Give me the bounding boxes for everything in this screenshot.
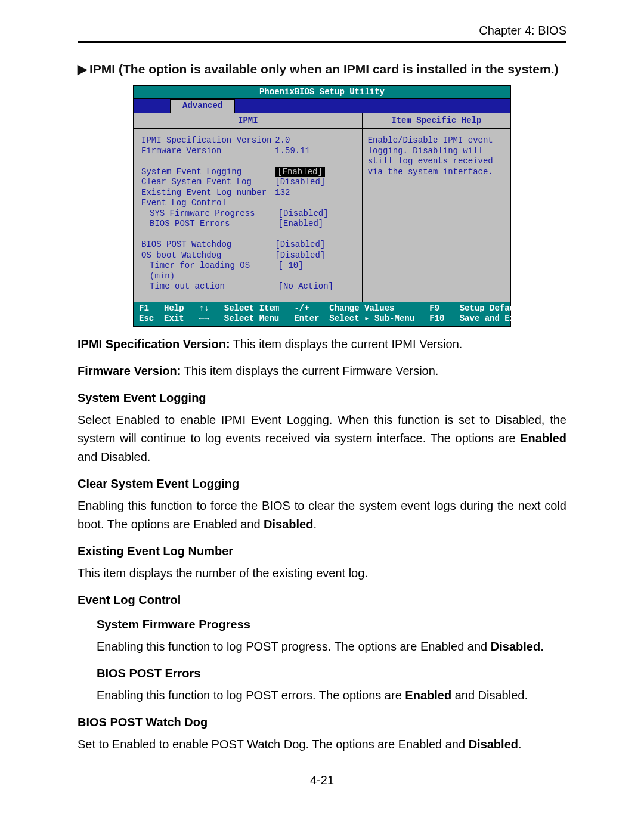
bios-right-col: Item Specific Help Enable/Disable IPMI e… <box>363 113 510 302</box>
selected-value[interactable]: [Enabled] <box>275 167 325 178</box>
opt-row[interactable]: SYS Firmware Progress[Disabled] <box>141 209 357 219</box>
desc-exist: This item displays the number of the exi… <box>78 564 566 583</box>
bios-tabstrip: Advanced <box>134 99 510 113</box>
bios-options: IPMI Specification Version2.0 Firmware V… <box>134 129 362 302</box>
bios-fnkeys: F1 Help ↑↓ Select Item -/+ Change Values… <box>134 302 510 326</box>
left-col-header: IPMI <box>134 113 362 130</box>
desc-fw: Firmware Version: This item displays the… <box>78 362 566 380</box>
triangle-icon: ▶ <box>78 62 87 76</box>
opt-row[interactable]: Time out action[No Action] <box>141 281 357 292</box>
head-clr: Clear System Event Logging <box>78 477 566 491</box>
lead-text: IPMI (The option is available only when … <box>89 62 559 76</box>
tab-advanced[interactable]: Advanced <box>170 99 235 113</box>
right-col-header: Item Specific Help <box>363 113 510 130</box>
opt-row[interactable]: BIOS POST Errors[Enabled] <box>141 219 357 230</box>
head-bpe: BIOS POST Errors <box>97 667 566 680</box>
bios-left-col: IPMI IPMI Specification Version2.0 Firmw… <box>134 113 363 302</box>
desc-ipmi-spec: IPMI Specification Version: This item di… <box>78 335 566 354</box>
opt-row: IPMI Specification Version2.0 <box>141 135 357 146</box>
bios-screenshot: PhoenixBIOS Setup Utility Advanced IPMI … <box>133 85 511 327</box>
opt-row[interactable]: Clear System Event Log[Disabled] <box>141 177 357 188</box>
help-text: Enable/Disable IPMI event logging. Disab… <box>363 129 510 183</box>
desc-sfp: Enabling this function to log POST progr… <box>97 637 566 656</box>
page: Chapter 4: BIOS ▶IPMI (The option is ava… <box>0 0 644 805</box>
opt-row[interactable]: OS boot Watchdog[Disabled] <box>141 250 357 261</box>
opt-row: Existing Event Log number132 <box>141 188 357 199</box>
bios-titlebar: PhoenixBIOS Setup Utility <box>134 86 510 100</box>
desc-clr: Enabling this function to force the BIOS… <box>78 497 566 534</box>
head-bpw: BIOS POST Watch Dog <box>78 716 566 729</box>
footer-rule <box>78 767 566 767</box>
opt-row <box>141 156 357 167</box>
desc-bpw: Set to Enabled to enable POST Watch Dog.… <box>78 735 566 754</box>
opt-row <box>141 230 357 240</box>
opt-row[interactable]: System Event Logging[Enabled] <box>141 167 357 178</box>
head-exist: Existing Event Log Number <box>78 544 566 558</box>
fnkeys-line1: F1 Help ↑↓ Select Item -/+ Change Values… <box>139 304 530 314</box>
opt-row: Firmware Version1.59.11 <box>141 146 357 157</box>
head-sfp: System Firmware Progress <box>97 618 566 631</box>
fnkeys-line2: Esc Exit ←→ Select Menu Enter Select ▸ S… <box>139 314 525 324</box>
opt-row[interactable]: Timer for loading OS (min)[ 10] <box>141 261 357 281</box>
opt-row: Event Log Control <box>141 198 357 209</box>
head-elc: Event Log Control <box>78 593 566 607</box>
section-lead: ▶IPMI (The option is available only when… <box>78 60 566 79</box>
desc-bpe: Enabling this function to log POST error… <box>97 686 566 705</box>
desc-sev: Select Enabled to enable IPMI Event Logg… <box>78 411 566 466</box>
chapter-label: Chapter 4: BIOS <box>78 24 566 38</box>
opt-row[interactable]: BIOS POST Watchdog[Disabled] <box>141 240 357 250</box>
page-number: 4-21 <box>78 773 566 787</box>
bios-content: IPMI IPMI Specification Version2.0 Firmw… <box>134 113 510 302</box>
head-sev: System Event Logging <box>78 391 566 405</box>
header-rule <box>78 41 566 43</box>
